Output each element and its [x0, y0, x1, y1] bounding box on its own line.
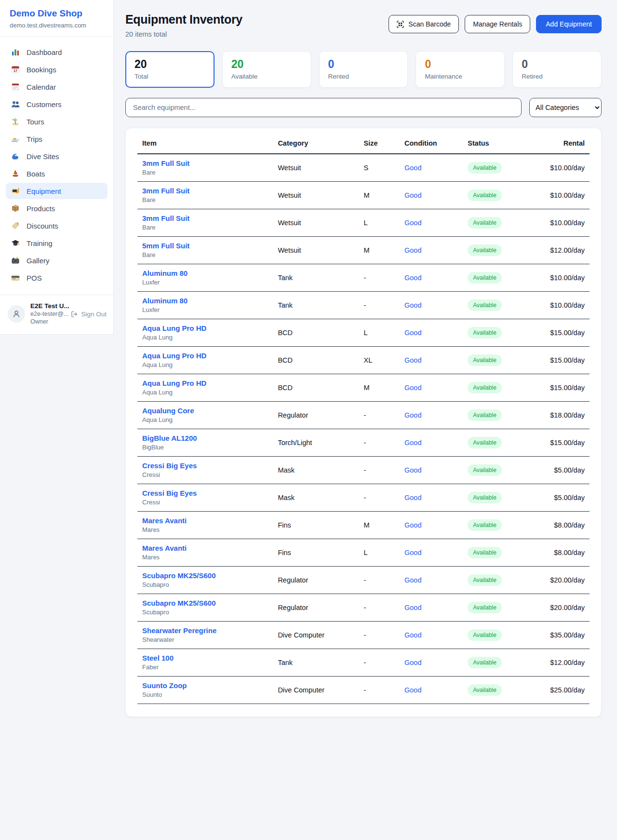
sidebar-item-boats[interactable]: Boats: [6, 165, 107, 182]
table-row[interactable]: Cressi Big Eyes Cressi Mask - Good Avail…: [137, 457, 590, 484]
two-people-icon: [11, 100, 20, 108]
status-badge: Available: [468, 244, 501, 256]
table-row[interactable]: Aluminum 80 Luxfer Tank - Good Available…: [137, 292, 590, 319]
table-row[interactable]: Suunto Zoop Suunto Dive Computer - Good …: [137, 677, 590, 704]
item-condition-link[interactable]: Good: [400, 567, 463, 594]
item-name-link[interactable]: Aluminum 80: [142, 269, 268, 277]
sidebar-item-equipment[interactable]: Equipment: [6, 183, 107, 199]
table-row[interactable]: Aluminum 80 Luxfer Tank - Good Available…: [137, 264, 590, 292]
stat-card-total[interactable]: 20 Total: [125, 51, 215, 88]
scan-barcode-button[interactable]: Scan Barcode: [389, 15, 459, 33]
manage-rentals-button[interactable]: Manage Rentals: [465, 15, 530, 33]
sidebar-item-customers[interactable]: Customers: [6, 96, 107, 112]
table-row[interactable]: Scubapro MK25/S600 Scubapro Regulator - …: [137, 567, 590, 594]
item-name-link[interactable]: Aqualung Core: [142, 406, 268, 415]
sidebar-item-pos[interactable]: POS: [6, 270, 107, 286]
status-cell: Available: [463, 292, 535, 319]
stat-card-rented[interactable]: 0 Rented: [319, 51, 408, 88]
table-row[interactable]: 5mm Full Suit Bare Wetsuit M Good Availa…: [137, 237, 590, 264]
item-condition-link[interactable]: Good: [400, 209, 463, 237]
stat-card-available[interactable]: 20 Available: [222, 51, 311, 88]
item-name-link[interactable]: Aqua Lung Pro HD: [142, 324, 268, 332]
item-brand: Shearwater: [142, 636, 268, 643]
sidebar-item-bookings[interactable]: 17 Bookings: [6, 61, 107, 78]
page-header: Equipment Inventory 20 items total Scan …: [125, 13, 602, 38]
table-row[interactable]: Scubapro MK25/S600 Scubapro Regulator - …: [137, 594, 590, 622]
add-equipment-button[interactable]: Add Equipment: [536, 15, 602, 33]
item-name-link[interactable]: Shearwater Peregrine: [142, 626, 268, 635]
item-name-link[interactable]: Cressi Big Eyes: [142, 461, 268, 470]
item-condition-link[interactable]: Good: [400, 539, 463, 567]
item-name-link[interactable]: Aqua Lung Pro HD: [142, 379, 268, 387]
table-row[interactable]: Aqua Lung Pro HD Aqua Lung BCD L Good Av…: [137, 319, 590, 347]
sidebar-item-calendar[interactable]: Calendar: [6, 79, 107, 95]
category-select[interactable]: All Categories: [529, 98, 602, 117]
item-condition-link[interactable]: Good: [400, 649, 463, 677]
brand-link[interactable]: Demo Dive Shop: [10, 8, 104, 19]
item-condition-link[interactable]: Good: [400, 484, 463, 512]
item-condition-link[interactable]: Good: [400, 622, 463, 649]
item-condition-link[interactable]: Good: [400, 457, 463, 484]
table-row[interactable]: Mares Avanti Mares Fins L Good Available…: [137, 539, 590, 567]
item-condition-link[interactable]: Good: [400, 292, 463, 319]
item-condition-link[interactable]: Good: [400, 264, 463, 292]
item-condition-link[interactable]: Good: [400, 429, 463, 457]
item-condition-link[interactable]: Good: [400, 677, 463, 704]
table-row[interactable]: Mares Avanti Mares Fins M Good Available…: [137, 512, 590, 539]
sidebar-item-tours[interactable]: Tours: [6, 113, 107, 130]
sidebar-item-trips[interactable]: Trips: [6, 131, 107, 147]
sidebar-item-discounts[interactable]: Discounts: [6, 217, 107, 234]
sign-out-button[interactable]: Sign Out: [71, 311, 107, 318]
table-row[interactable]: Shearwater Peregrine Shearwater Dive Com…: [137, 622, 590, 649]
sidebar-item-dive-sites[interactable]: Dive Sites: [6, 148, 107, 164]
item-name-link[interactable]: Mares Avanti: [142, 516, 268, 525]
item-condition-link[interactable]: Good: [400, 374, 463, 402]
item-name-link[interactable]: 3mm Full Suit: [142, 187, 268, 195]
item-condition-link[interactable]: Good: [400, 347, 463, 374]
table-row[interactable]: 3mm Full Suit Bare Wetsuit S Good Availa…: [137, 154, 590, 182]
table-row[interactable]: 3mm Full Suit Bare Wetsuit M Good Availa…: [137, 182, 590, 209]
item-condition-link[interactable]: Good: [400, 594, 463, 622]
calendar-17-icon: 17: [11, 65, 20, 74]
sidebar-item-label: Calendar: [27, 83, 56, 91]
sidebar-item-products[interactable]: Products: [6, 200, 107, 217]
table-row[interactable]: Cressi Big Eyes Cressi Mask - Good Avail…: [137, 484, 590, 512]
stat-card-retired[interactable]: 0 Retired: [512, 51, 602, 88]
item-name-link[interactable]: BigBlue AL1200: [142, 434, 268, 442]
item-name-link[interactable]: 3mm Full Suit: [142, 214, 268, 222]
item-name-link[interactable]: Scubapro MK25/S600: [142, 599, 268, 607]
stat-card-maintenance[interactable]: 0 Maintenance: [416, 51, 505, 88]
item-condition-link[interactable]: Good: [400, 402, 463, 429]
status-badge: Available: [468, 382, 501, 393]
item-name-link[interactable]: Mares Avanti: [142, 544, 268, 552]
item-name-link[interactable]: Scubapro MK25/S600: [142, 571, 268, 580]
item-condition-link[interactable]: Good: [400, 512, 463, 539]
item-name-link[interactable]: Suunto Zoop: [142, 681, 268, 690]
table-row[interactable]: Steel 100 Faber Tank - Good Available $1…: [137, 649, 590, 677]
item-category: Dive Computer: [273, 677, 359, 704]
item-name-link[interactable]: 3mm Full Suit: [142, 159, 268, 167]
table-row[interactable]: Aqualung Core Aqua Lung Regulator - Good…: [137, 402, 590, 429]
item-condition-link[interactable]: Good: [400, 154, 463, 182]
item-name-link[interactable]: Steel 100: [142, 654, 268, 662]
item-brand: Luxfer: [142, 306, 268, 313]
sidebar-item-label: Customers: [27, 100, 62, 108]
item-condition-link[interactable]: Good: [400, 237, 463, 264]
item-size: -: [359, 622, 400, 649]
sidebar-item-label: Gallery: [27, 257, 50, 265]
item-condition-link[interactable]: Good: [400, 182, 463, 209]
table-row[interactable]: BigBlue AL1200 BigBlue Torch/Light - Goo…: [137, 429, 590, 457]
item-name-link[interactable]: 5mm Full Suit: [142, 242, 268, 250]
table-row[interactable]: Aqua Lung Pro HD Aqua Lung BCD M Good Av…: [137, 374, 590, 402]
sidebar-item-gallery[interactable]: Gallery: [6, 252, 107, 269]
sidebar-item-dashboard[interactable]: Dashboard: [6, 44, 107, 60]
table-row[interactable]: Aqua Lung Pro HD Aqua Lung BCD XL Good A…: [137, 347, 590, 374]
item-name-link[interactable]: Cressi Big Eyes: [142, 489, 268, 497]
table-row[interactable]: 3mm Full Suit Bare Wetsuit L Good Availa…: [137, 209, 590, 237]
item-name-link[interactable]: Aqua Lung Pro HD: [142, 352, 268, 360]
item-condition-link[interactable]: Good: [400, 319, 463, 347]
status-cell: Available: [463, 649, 535, 677]
item-name-link[interactable]: Aluminum 80: [142, 297, 268, 305]
search-input[interactable]: [125, 98, 522, 117]
sidebar-item-training[interactable]: Training: [6, 235, 107, 251]
